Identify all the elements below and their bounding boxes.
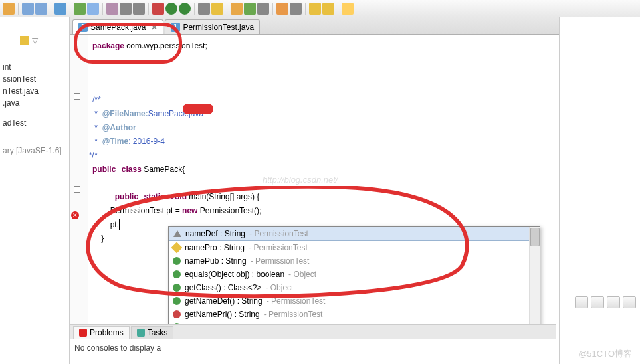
text-cursor bbox=[119, 219, 120, 230]
debug-icon[interactable] bbox=[152, 3, 164, 15]
grn-icon bbox=[173, 284, 181, 292]
sidebar-item[interactable]: ssionTest bbox=[0, 73, 69, 85]
ac-main-label: getNameDef() : String bbox=[185, 296, 263, 306]
ac-sub-label: - PermissionTest bbox=[267, 296, 326, 306]
nav-fwd-icon[interactable] bbox=[322, 3, 334, 15]
collapse-icon[interactable]: ▽ bbox=[32, 36, 38, 45]
ac-main-label: nameDef : String bbox=[185, 229, 245, 238]
autocomplete-item[interactable]: equals(Object obj) : boolean - Object bbox=[169, 268, 540, 281]
code-line-author: * @Author bbox=[92, 120, 261, 134]
grn-icon bbox=[173, 297, 181, 305]
run-ext-icon[interactable] bbox=[179, 3, 191, 15]
ac-main-label: getClass() : Class<?> bbox=[185, 283, 261, 292]
watermark: http://blog.csdn.net/ bbox=[263, 175, 338, 185]
code-line-package: package com.wyp.perssionTest; bbox=[92, 39, 261, 52]
panel-btn[interactable] bbox=[623, 296, 636, 308]
code-editor[interactable]: − − ✕ package com.wyp.perssionTest; /** … bbox=[70, 35, 640, 364]
package-explorer: ▽ int ssionTest nTest.java .java adTest … bbox=[0, 17, 70, 364]
code-line-pt: PermissionTest pt = new PermissionTest()… bbox=[92, 203, 261, 217]
tool-icon[interactable] bbox=[198, 3, 210, 15]
tab-samepack[interactable]: SamePack.java ✕ bbox=[72, 19, 163, 34]
server-icon[interactable] bbox=[74, 3, 86, 15]
new-wiz-icon[interactable] bbox=[231, 3, 243, 15]
problems-icon bbox=[79, 329, 87, 337]
autocomplete-item[interactable]: nameDef : String - PermissionTest bbox=[169, 227, 540, 241]
java-file-icon bbox=[171, 23, 180, 32]
sidebar-item[interactable]: .java bbox=[0, 97, 69, 109]
open-icon[interactable] bbox=[276, 3, 288, 15]
save-icon[interactable] bbox=[22, 3, 34, 15]
error-icon[interactable]: ✕ bbox=[71, 211, 79, 219]
ac-main-label: getNamePri() : String bbox=[185, 310, 260, 319]
dia-icon bbox=[171, 242, 183, 254]
star-icon[interactable] bbox=[211, 3, 223, 15]
tab-tasks[interactable]: Tasks bbox=[131, 326, 174, 339]
autocomplete-item[interactable]: namePro : String - PermissionTest bbox=[169, 241, 540, 254]
code-line-class: public class SamePack{ bbox=[92, 162, 261, 176]
annotation-redact bbox=[183, 104, 213, 114]
right-panel bbox=[559, 17, 640, 364]
ac-sub-label: - Object bbox=[265, 283, 293, 292]
prv-icon bbox=[173, 310, 181, 318]
tab-label: PermissionTest.java bbox=[183, 23, 254, 32]
search-icon[interactable] bbox=[120, 3, 132, 15]
nav-back-icon[interactable] bbox=[309, 3, 321, 15]
java-file-icon bbox=[78, 23, 88, 32]
save-all-icon[interactable] bbox=[35, 3, 47, 15]
new-pkg-icon[interactable] bbox=[257, 3, 269, 15]
type-icon[interactable] bbox=[106, 3, 118, 15]
ac-sub-label: - PermissionTest bbox=[264, 310, 323, 319]
fold-icon[interactable]: − bbox=[74, 93, 80, 100]
bottom-panel: Problems Tasks No consoles to display a bbox=[70, 324, 556, 364]
ac-sub-label: - PermissionTest bbox=[249, 243, 308, 252]
panel-btn[interactable] bbox=[575, 296, 588, 308]
panel-btn[interactable] bbox=[607, 296, 620, 308]
autocomplete-item[interactable]: getClass() : Class<?> - Object bbox=[169, 281, 540, 294]
sidebar-item[interactable]: nTest.java bbox=[0, 85, 69, 97]
link-icon[interactable] bbox=[20, 36, 29, 45]
search2-icon[interactable] bbox=[290, 3, 302, 15]
misc-icon[interactable] bbox=[133, 3, 145, 15]
tab-problems[interactable]: Problems bbox=[73, 326, 130, 339]
close-icon[interactable]: ✕ bbox=[151, 23, 158, 32]
sidebar-library[interactable]: ary [JavaSE-1.6] bbox=[0, 145, 69, 157]
ac-main-label: namePub : String bbox=[185, 256, 247, 266]
page-watermark: @51CTO博客 bbox=[578, 348, 632, 360]
ac-main-label: equals(Object obj) : boolean bbox=[185, 270, 284, 279]
console-text: No consoles to display a bbox=[70, 339, 556, 357]
highlight-icon[interactable] bbox=[342, 3, 354, 15]
pkg-icon[interactable] bbox=[87, 3, 99, 15]
grn-icon bbox=[173, 257, 181, 265]
code-line-time: * @Time: 2016-9-4 bbox=[92, 134, 261, 148]
build-icon[interactable] bbox=[54, 3, 66, 15]
tab-label: SamePack.java bbox=[90, 23, 146, 32]
sidebar-item[interactable]: adTest bbox=[0, 117, 69, 129]
autocomplete-item[interactable]: getNamePri() : String - PermissionTest bbox=[169, 308, 540, 321]
panel-btn[interactable] bbox=[591, 296, 604, 308]
scroll-thumb[interactable] bbox=[530, 228, 540, 246]
sidebar-item[interactable]: int bbox=[0, 61, 69, 73]
code-line-comment: /** bbox=[92, 92, 261, 106]
tab-permissiontest[interactable]: PermissionTest.java bbox=[165, 19, 260, 34]
ac-sub-label: - PermissionTest bbox=[249, 229, 308, 238]
fold-icon[interactable]: − bbox=[74, 186, 80, 193]
tasks-icon bbox=[137, 329, 145, 337]
autocomplete-item[interactable]: getNameDef() : String - PermissionTest bbox=[169, 294, 540, 308]
editor-area: SamePack.java ✕ PermissionTest.java − − … bbox=[70, 17, 640, 364]
new-icon[interactable] bbox=[3, 3, 15, 15]
code-line-main: public static void main(String[] args) { bbox=[92, 189, 261, 203]
new-class-icon[interactable] bbox=[244, 3, 256, 15]
ac-sub-label: - Object bbox=[288, 270, 316, 279]
ac-main-label: namePro : String bbox=[185, 243, 245, 252]
gutter: − − ✕ bbox=[70, 35, 88, 364]
ac-sub-label: - PermissionTest bbox=[251, 256, 310, 266]
code-line-comment-end: * */ bbox=[92, 148, 261, 162]
main-toolbar bbox=[0, 0, 640, 17]
grn-icon bbox=[173, 270, 181, 278]
tri-icon bbox=[173, 230, 181, 237]
run-icon[interactable] bbox=[165, 3, 177, 15]
code-line-filename: * @FileName:SamePack.java bbox=[92, 106, 261, 120]
autocomplete-item[interactable]: namePub : String - PermissionTest bbox=[169, 254, 540, 268]
editor-tabs: SamePack.java ✕ PermissionTest.java bbox=[70, 17, 640, 35]
